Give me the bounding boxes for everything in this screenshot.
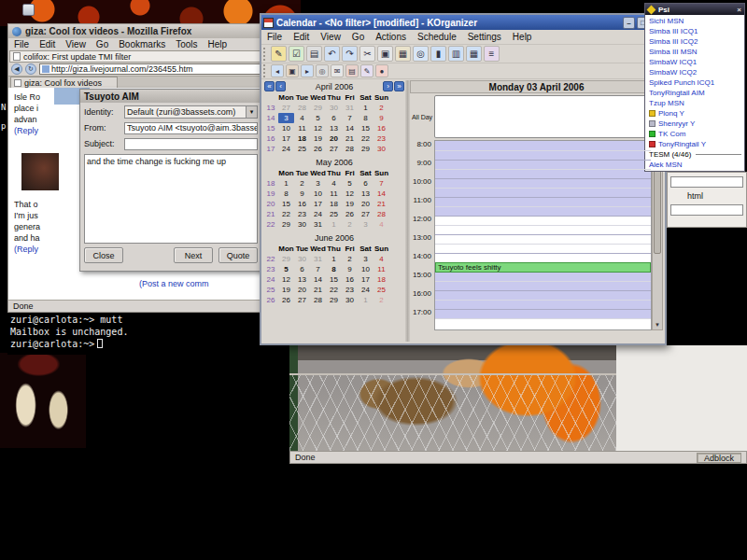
day-3[interactable]: 3 [358, 219, 374, 230]
firefox-titlebar[interactable]: giza: Cool fox videos - Mozilla Firefox [8, 24, 289, 38]
compose-next-button[interactable]: Next [174, 247, 213, 263]
cut-icon[interactable]: ✂ [359, 46, 375, 62]
day-21[interactable]: 21 [374, 199, 389, 209]
reload-button[interactable]: ↻ [25, 63, 36, 75]
toolbar-grip[interactable] [263, 48, 267, 61]
undo-icon[interactable]: ↶ [324, 46, 340, 62]
day-25[interactable]: 25 [294, 144, 310, 154]
day-4[interactable]: 4 [326, 178, 342, 189]
from-field[interactable]: Tsuyoto AIM <tsuyoto@aim.3bassets... [124, 122, 258, 134]
day-11[interactable]: 11 [326, 189, 342, 199]
day-14[interactable]: 14 [342, 123, 358, 133]
day-22[interactable]: 22 [326, 285, 342, 295]
day-6[interactable]: 6 [326, 113, 342, 123]
day-31[interactable]: 31 [342, 103, 358, 113]
day-1[interactable]: 1 [326, 254, 342, 264]
day-25[interactable]: 25 [326, 209, 342, 219]
day-28[interactable]: 28 [294, 103, 310, 113]
day-21[interactable]: 21 [342, 133, 358, 144]
day-9[interactable]: 9 [294, 189, 310, 199]
publish-icon[interactable]: ✉ [331, 64, 344, 77]
day-27[interactable]: 27 [294, 295, 310, 305]
day-9[interactable]: 9 [342, 264, 358, 274]
next-year-button[interactable]: » [394, 81, 404, 91]
week-number[interactable]: 13 [263, 103, 278, 113]
week-number[interactable]: 18 [263, 178, 278, 189]
day-19[interactable]: 19 [278, 285, 294, 295]
url-bar[interactable]: http://giza.livejournal.com/236455.htm [39, 63, 272, 75]
tab-giza[interactable]: giza: Cool fox videos [10, 77, 118, 88]
contact-spiked-punch-icq1[interactable]: Spiked Punch ICQ1 [645, 77, 744, 88]
new-event-icon[interactable]: ✎ [271, 46, 287, 62]
ko-menu-actions[interactable]: Actions [375, 32, 406, 42]
day-6[interactable]: 6 [294, 264, 310, 274]
day-5[interactable]: 5 [342, 178, 358, 189]
redo-icon[interactable]: ↷ [342, 46, 358, 62]
reply-link[interactable]: (Reply [14, 245, 38, 254]
contact-alek-msn[interactable]: Alek MSN [645, 160, 744, 170]
day-10[interactable]: 10 [278, 123, 294, 133]
day-14[interactable]: 14 [310, 274, 326, 285]
day-23[interactable]: 23 [374, 133, 389, 144]
day-31[interactable]: 31 [310, 219, 326, 230]
day-13[interactable]: 13 [294, 274, 310, 285]
day-27[interactable]: 27 [326, 144, 342, 154]
text-field[interactable] [670, 176, 743, 188]
week-view-icon[interactable]: ▥ [448, 46, 464, 62]
ff-menu-help[interactable]: Help [208, 39, 228, 49]
day-15[interactable]: 15 [326, 274, 342, 285]
day-18[interactable]: 18 [326, 199, 342, 209]
day-31[interactable]: 31 [310, 254, 326, 264]
day-4[interactable]: 4 [294, 113, 310, 123]
psi-titlebar[interactable]: Psi × [645, 4, 744, 15]
day-24[interactable]: 24 [278, 144, 294, 154]
day-7[interactable]: 7 [342, 113, 358, 123]
day-27[interactable]: 27 [278, 103, 294, 113]
day-2[interactable]: 2 [342, 219, 358, 230]
text-field[interactable] [670, 204, 743, 216]
korganizer-titlebar[interactable]: Calendar - <No filter> [modified] - KOrg… [261, 15, 665, 30]
ff-menu-view[interactable]: View [65, 39, 86, 49]
ko-menu-file[interactable]: File [267, 32, 282, 42]
contact-sichi-msn[interactable]: Sichi MSN [645, 16, 744, 26]
week-number[interactable]: 15 [263, 123, 278, 133]
compose-close-button[interactable]: Close [84, 247, 123, 263]
day-15[interactable]: 15 [358, 123, 374, 133]
back-button[interactable]: ◀ [11, 63, 22, 75]
day-24[interactable]: 24 [310, 209, 326, 219]
day-28[interactable]: 28 [342, 144, 358, 154]
day-30[interactable]: 30 [374, 144, 389, 154]
close-icon[interactable]: × [737, 6, 741, 14]
reply-link[interactable]: (Reply [14, 126, 38, 135]
day-24[interactable]: 24 [358, 285, 374, 295]
contact-tk-com[interactable]: TK Com [645, 129, 744, 139]
week-number[interactable]: 20 [263, 199, 278, 209]
ff-menu-edit[interactable]: Edit [39, 39, 55, 49]
new-todo-icon[interactable]: ☑ [289, 46, 304, 62]
day-1[interactable]: 1 [358, 103, 374, 113]
day-12[interactable]: 12 [278, 274, 294, 285]
day-10[interactable]: 10 [358, 264, 374, 274]
month-view-icon[interactable]: ▦ [466, 46, 482, 62]
find-event-icon[interactable]: ◎ [316, 64, 329, 77]
day-29[interactable]: 29 [278, 219, 294, 230]
day-11[interactable]: 11 [374, 264, 389, 274]
day-26[interactable]: 26 [310, 144, 326, 154]
day-27[interactable]: 27 [358, 209, 374, 219]
day-26[interactable]: 26 [342, 209, 358, 219]
day-28[interactable]: 28 [310, 295, 326, 305]
week-number[interactable]: 16 [263, 133, 278, 144]
scroll-down-icon[interactable]: ▼ [655, 320, 660, 329]
day-9[interactable]: 9 [374, 113, 389, 123]
print-icon[interactable]: ▤ [306, 46, 322, 62]
identity-select[interactable]: Default (zuri@3bassets.com) ▾ [124, 105, 258, 119]
goto-back-icon[interactable]: ◂ [271, 64, 284, 77]
contact-tzup-msn[interactable]: Tzup MSN [645, 98, 744, 108]
week-number[interactable]: 23 [263, 264, 278, 274]
week-number[interactable]: 24 [263, 274, 278, 285]
next-month-button[interactable]: › [383, 81, 393, 91]
week-number[interactable]: 26 [263, 295, 278, 305]
message-body[interactable]: and the time change is fucking me up [84, 154, 258, 244]
contact-simba-iii-msn[interactable]: Simba III MSN [645, 47, 744, 57]
day-29[interactable]: 29 [310, 103, 326, 113]
